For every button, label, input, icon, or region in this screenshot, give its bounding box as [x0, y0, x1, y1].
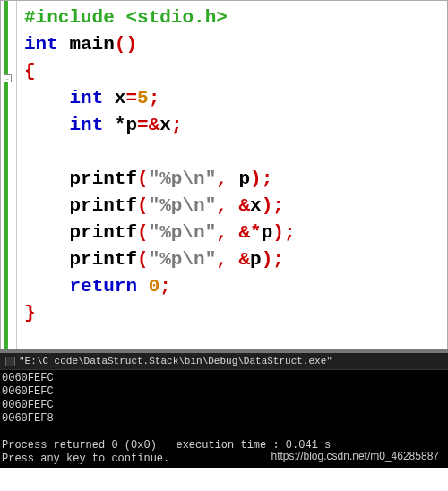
brace: { — [24, 61, 36, 82]
watermark-text: https://blog.csdn.net/m0_46285887 — [271, 450, 439, 462]
fn-call: printf — [69, 195, 137, 216]
change-marker — [4, 1, 8, 349]
preprocessor: #include — [24, 7, 115, 28]
string: "%p\n" — [149, 168, 217, 189]
brace: } — [24, 303, 36, 323]
string: "%p\n" — [149, 195, 217, 216]
fn-call: printf — [69, 168, 137, 189]
keyword: int — [24, 34, 58, 55]
output-line: 0060FEFC — [2, 385, 54, 398]
console-title-text: "E:\C code\DataStruct.Stack\bin\Debug\Da… — [19, 356, 332, 366]
include-file: <stdio.h> — [115, 7, 228, 28]
keyword: return — [69, 276, 137, 297]
console-title-bar: "E:\C code\DataStruct.Stack\bin\Debug\Da… — [0, 353, 448, 370]
string: "%p\n" — [149, 249, 217, 270]
output-line: 0060FEFC — [2, 372, 54, 384]
fn-call: printf — [69, 222, 137, 243]
output-line: Press any key to continue. — [2, 452, 169, 465]
identifier: main — [58, 34, 115, 55]
keyword: int — [69, 88, 103, 108]
editor-gutter: - — [1, 1, 17, 349]
paren: ) — [125, 34, 137, 55]
fn-call: printf — [69, 249, 137, 270]
output-line: 0060FEF8 — [2, 412, 54, 425]
console-icon — [5, 357, 15, 366]
keyword: int — [69, 115, 103, 135]
fold-toggle[interactable]: - — [4, 74, 12, 82]
output-line: 0060FEFC — [2, 399, 54, 411]
paren: ( — [115, 34, 126, 55]
code-area[interactable]: #include <stdio.h> int main() { int x=5;… — [17, 1, 299, 349]
string: "%p\n" — [149, 222, 217, 243]
number: 5 — [137, 88, 149, 108]
number: 0 — [149, 276, 160, 297]
code-editor-pane: - #include <stdio.h> int main() { int x=… — [0, 0, 448, 349]
